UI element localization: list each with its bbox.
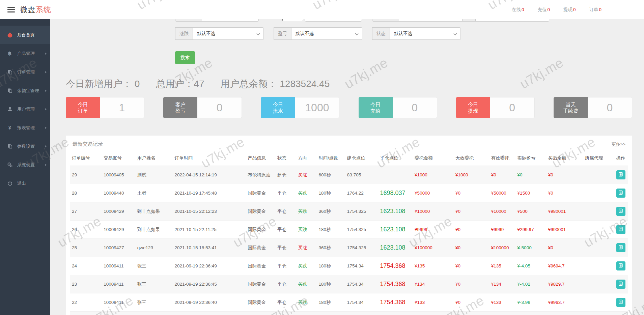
updown-select[interactable]: 默认不选 [193,27,264,40]
cell-after-balance: ¥0 [546,239,583,257]
detail-button[interactable] [616,280,625,289]
table-row: 2210009411张三2021-09-19 22:36:40国际黄金平仓买跌1… [70,293,628,312]
cell-duration: 600秒 [316,166,345,184]
detail-button[interactable] [616,261,625,270]
detail-button[interactable] [616,189,625,198]
cell-open-price: 1754.325 [345,221,378,239]
detail-icon [618,281,623,287]
cell-close-price: 1754.368 [378,293,413,312]
cell-profit: ¥-3.96 [515,312,546,315]
status-select[interactable]: 默认不选 [390,27,461,40]
cell-direction: 买跌 [296,275,316,293]
cell-status: 平仓 [275,275,296,293]
cell-order-id: 29 [70,166,102,184]
cell-order-id: 23 [70,275,102,293]
chevron-down-icon [454,32,457,35]
summary-card-3: 今日流水1000 [261,97,339,118]
cell-profit: ¥-3.99 [515,293,546,312]
sidebar-item-1[interactable]: 后台首页 [0,26,50,44]
cell-invalid-amount: ¥1000 [453,166,489,184]
profit-select[interactable]: 默认不选 [291,27,362,40]
col-header-7: 方向 [296,151,316,166]
sidebar-item-label: 参数设置 [17,143,35,149]
cell-after-balance: ¥9963.7 [546,293,583,312]
cell-user-name: 张三 [135,275,173,293]
cell-order-time: 2022-04-15 12:14:19 [173,166,246,184]
sidebar-nav: 后台首页฿产品管理订单管理余额宝管理用户管理¥报表管理参数设置系统设置退出 [0,19,50,193]
card-label: 今日订单 [66,97,100,118]
cell-status: 平仓 [275,293,296,312]
cell-valid-amount: ¥100000 [489,239,515,257]
chevron-right-icon [45,145,47,148]
cell-product: 国际黄金 [246,239,275,257]
table-header-row: 订单编号交易账号用户姓名订单时间产品信息状态方向时间/点数建仓点位平仓点位委托金… [70,151,628,166]
cell-invalid-amount: ¥0 [453,239,489,257]
sidebar-item-3[interactable]: 订单管理 [0,63,50,81]
sidebar-item-5[interactable]: 用户管理 [0,100,50,118]
cell-amount: ¥135 [413,257,453,275]
cell-invalid-amount: ¥0 [453,312,489,315]
cell-duration: 180秒 [316,275,345,293]
sidebar: 后台首页฿产品管理订单管理余额宝管理用户管理¥报表管理参数设置系统设置退出 [0,19,50,315]
header-link-1[interactable]: 在线0 [512,7,524,13]
summary-cards: 今日订单1客户盈亏0今日流水1000今日充值0今日提现0当天手续费0 [66,97,632,118]
sidebar-item-label: 报表管理 [17,125,35,131]
header-link-3[interactable]: 提现0 [563,7,576,13]
chevron-down-icon [355,32,359,35]
cell-direction: 买跌 [296,202,316,221]
detail-button[interactable] [616,170,625,179]
cell-profit: ¥1500 [515,184,546,202]
sidebar-item-8[interactable]: 系统设置 [0,155,50,174]
cell-status: 平仓 [275,184,296,202]
table-row: 2510009427qwe1232021-10-15 18:53:41国际黄金平… [70,239,628,257]
cell-profit: ¥-5000 [515,239,546,257]
chevron-right-icon [45,164,47,166]
table-row: 2310009411张三2021-09-19 22:36:45国际黄金平仓买跌1… [70,275,628,293]
cell-valid-amount: ¥9999 [489,221,515,239]
menu-toggle-icon[interactable] [7,5,15,14]
sidebar-item-4[interactable]: 余额宝管理 [0,81,50,100]
detail-button[interactable] [616,298,625,307]
cell-account: 10009429 [102,221,135,239]
cell-product: 国际黄金 [246,312,275,315]
detail-button[interactable] [616,207,625,216]
cell-amount: ¥10000 [413,202,453,221]
cell-user-name: 王者 [135,184,173,202]
search-button[interactable]: 搜索 [175,51,195,64]
sidebar-item-9[interactable]: 退出 [0,174,50,193]
cell-invalid-amount: ¥0 [453,275,489,293]
card-label-line1: 今日 [78,101,88,108]
header-link-count: 0 [573,7,576,12]
cell-action [614,221,628,239]
cell-after-balance: ¥9694.7 [546,257,583,275]
header-link-4[interactable]: 订单0 [589,7,601,13]
param-icon [6,144,13,149]
header-link-2[interactable]: 充值0 [537,7,550,13]
cell-open-price: 1754.325 [345,239,378,257]
stat-total-balance: 用户总余额： 1283524.45 [221,78,330,90]
sidebar-item-label: 系统设置 [17,162,35,168]
cell-duration: 180秒 [316,312,345,315]
top-header: 微盘系统 在线0充值0提现0订单0 [0,0,644,19]
header-link-label: 在线 [512,7,521,12]
sidebar-item-2[interactable]: ฿产品管理 [0,44,50,63]
more-link[interactable]: 更多>> [612,141,625,147]
col-header-13: 有效委托 [489,151,515,166]
col-header-12: 无效委托 [453,151,489,166]
cell-agent [583,275,614,293]
card-label-line1: 今日 [273,101,283,108]
logo-accent: 系统 [36,5,51,14]
cell-amount: ¥134 [413,275,453,293]
header-links: 在线0充值0提现0订单0 [512,7,601,13]
cell-action [614,312,628,315]
sidebar-item-6[interactable]: ¥报表管理 [0,118,50,137]
chevron-right-icon [45,71,47,74]
col-header-10: 平仓点位 [378,151,413,166]
cell-order-id: 28 [70,184,102,202]
sidebar-item-7[interactable]: 参数设置 [0,137,50,155]
detail-button[interactable] [616,243,625,252]
cell-valid-amount: ¥133 [489,293,515,312]
cell-action [614,257,628,275]
detail-button[interactable] [616,225,625,234]
cell-direction: 买跌 [296,293,316,312]
